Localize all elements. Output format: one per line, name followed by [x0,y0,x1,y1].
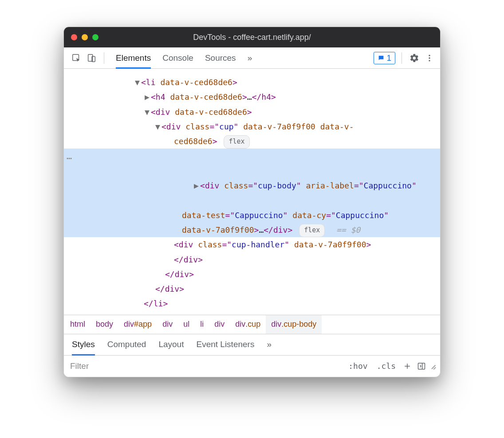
crumb[interactable]: html [65,315,91,334]
tab-elements[interactable]: Elements [116,53,151,69]
subtab-event-listeners[interactable]: Event Listeners [196,340,254,349]
tab-sources[interactable]: Sources [205,53,236,63]
dom-row[interactable]: <div class="cup-handler" data-v-7a0f9f00… [64,237,440,252]
dom-row[interactable]: ▼<div class="cup" data-v-7a0f9f00 data-v… [64,119,440,134]
crumb[interactable]: body [91,315,118,334]
dom-row-selected[interactable]: ⋯ ▶<div class="cup-body" aria-label="Cap… [64,149,440,207]
styles-subtabs: Styles Computed Layout Event Listeners » [64,334,440,356]
dom-tree[interactable]: <li data-v-ced68de6> … </li> ▼<li data-v… [64,69,440,315]
hover-toggle[interactable]: :hov [344,361,372,371]
svg-point-4 [429,57,430,59]
subtabs-overflow-icon[interactable]: » [267,340,272,349]
row-actions-icon[interactable]: ⋯ [67,150,72,167]
svg-rect-6 [418,363,425,369]
resize-handle-icon[interactable] [429,363,436,370]
crumb[interactable]: div [209,315,230,334]
crumb[interactable]: ul [178,315,195,334]
more-menu-icon[interactable] [423,52,436,64]
dom-row[interactable]: ▶<h4 data-v-ced68de6>…</h4> [64,90,440,104]
flex-badge[interactable]: flex [299,224,325,237]
tabs-overflow-icon[interactable]: » [248,53,252,63]
svg-point-3 [429,55,430,56]
class-toggle[interactable]: .cls [372,361,400,371]
maximize-window-button[interactable] [92,34,98,40]
breadcrumb-trail: html body div#app div ul li div div.cup … [64,315,440,334]
dom-row[interactable]: </div> [64,282,440,296]
crumb[interactable]: div [157,315,178,334]
dom-row-wrap: data-v-7a0f9f00>…</div> flex == $0 [64,223,440,237]
minimize-window-button[interactable] [82,34,88,40]
settings-gear-icon[interactable] [408,52,421,64]
dom-row-clipped: <li data-v-ced68de6> … </li> [64,70,440,74]
separator [402,52,402,64]
issues-count: 1 [386,53,391,63]
crumb[interactable]: div#app [118,315,157,334]
titlebar: DevTools - coffee-cart.netlify.app/ [64,27,440,47]
device-toolbar-icon[interactable] [85,52,98,64]
panel-tabs: Elements Console Sources » [110,53,371,63]
svg-point-5 [429,60,430,61]
styles-filter-bar: :hov .cls [64,356,440,377]
styles-filter-input[interactable] [64,356,344,377]
toggle-sidebar-icon[interactable] [414,362,429,371]
dom-row[interactable]: </li> [64,296,440,311]
dom-row[interactable]: </div> [64,267,440,282]
dom-row[interactable]: ▼<div data-v-ced68de6> [64,105,440,119]
separator [104,52,104,64]
crumb-active[interactable]: div.cup-body [266,315,322,334]
inspect-element-icon[interactable] [70,52,83,64]
console-ref: == $0 [336,225,360,235]
crumb[interactable]: li [195,315,209,334]
issues-badge[interactable]: 1 [374,52,395,64]
crumb[interactable]: div.cup [230,315,266,334]
dom-row[interactable]: ▼<li data-v-ced68de6> [64,75,440,90]
dom-row[interactable]: </div> [64,252,440,267]
subtab-styles[interactable]: Styles [72,340,95,356]
devtools-window: DevTools - coffee-cart.netlify.app/ Elem… [63,27,441,377]
tab-console[interactable]: Console [162,53,193,63]
main-toolbar: Elements Console Sources » 1 [64,47,440,69]
traffic-lights [71,34,98,40]
close-window-button[interactable] [71,34,77,40]
dom-row-wrap: ced68de6> flex [64,134,440,149]
subtab-layout[interactable]: Layout [158,340,184,349]
window-title: DevTools - coffee-cart.netlify.app/ [71,33,433,42]
new-style-rule-icon[interactable] [400,362,414,371]
flex-badge[interactable]: flex [224,135,249,149]
dom-row-wrap: data-test="Cappuccino" data-cy="Cappucci… [64,208,440,223]
subtab-computed[interactable]: Computed [107,340,146,349]
